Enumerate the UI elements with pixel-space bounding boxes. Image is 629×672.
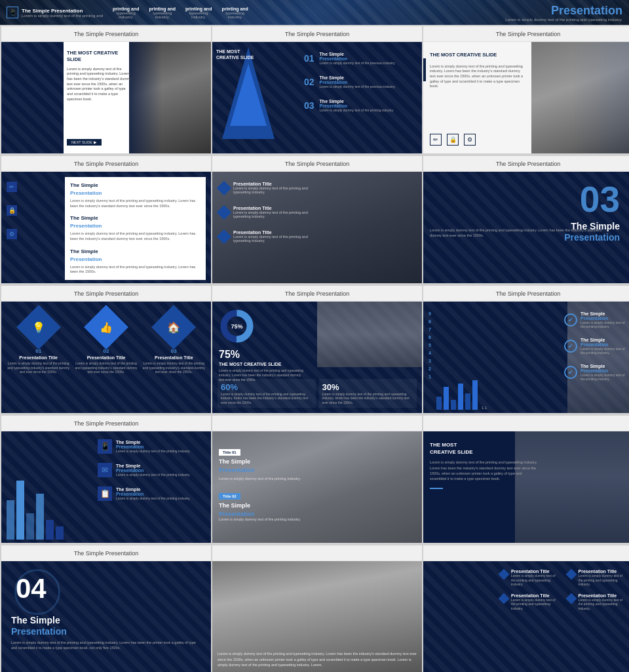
slide-7-title-2: Presentation Title	[87, 355, 126, 360]
banner-main-title: Presentation	[505, 4, 622, 18]
slide-7: The Simple Presentation 💡 01 Presentatio…	[1, 286, 211, 413]
slide-8-pie-chart: 75%	[219, 308, 255, 344]
slide-9-item-2: ✔ The Simple Presentation Lorem is simpl…	[564, 338, 626, 355]
slide-11-title-2: The Simple	[219, 502, 301, 509]
slide-5-diamond-icon-3	[217, 229, 232, 244]
slide-13-title: The Simple	[11, 615, 67, 626]
slide-2-item-1: 01 The Simple Presentation Lorem is simp…	[304, 52, 415, 65]
slide-4-card-title-3: The Simple	[70, 248, 200, 254]
slide-7-bulb-icon: 💡	[32, 321, 45, 334]
slide-2-title: THE MOST CREATIVE SLIDE	[216, 49, 256, 60]
slide-4-viewport: ✏ 🔒 ⚙ The Simple Presentation Lorem is s…	[1, 172, 211, 283]
slide-11-tag-2: Title 02	[219, 493, 240, 500]
slide-1-button[interactable]: NEXT SLIDE ▶	[67, 139, 102, 146]
slide-11-content: Title 01 The Simple Presentation Lorem i…	[219, 445, 301, 521]
slide-8-stat-2: 30% Lorem is simply dummy text of the pr…	[319, 379, 417, 408]
slide-10-bar-4	[36, 494, 44, 540]
slide-1: The Simple Presentation THE MOST CREATIV…	[1, 26, 211, 153]
slide-10-phone-icon: 📱	[98, 439, 112, 454]
slide-11-viewport: Title 01 The Simple Presentation Lorem i…	[212, 431, 422, 543]
slide-4-pencil-icon: ✏	[7, 182, 17, 192]
slide-4-icon-item-2: 🔒	[7, 205, 49, 216]
slide-10-mail-icon: ✉	[98, 463, 112, 477]
slide-8-stats: 60% Lorem is simply dummy text of the pr…	[218, 379, 417, 408]
slide-8-stat-1-body: Lorem is simply dummy text of the printi…	[221, 392, 313, 405]
slide-10-tablet-icon: 📋	[98, 486, 112, 501]
slide-7-diamond-shape-2: 👍	[84, 305, 128, 349]
slide-11-subtitle-2: Presentation	[219, 511, 301, 517]
slide-15-item-4: Presentation Title Lorem is simply dummy…	[567, 593, 628, 611]
slide-9-circle-2: ✔	[564, 340, 577, 353]
slide-10-icon-items: 📱 The Simple Presentation Lorem is simpl…	[98, 439, 206, 501]
slide-10-bar-3	[26, 513, 34, 540]
slide-15-diamond-4	[565, 593, 577, 604]
slide-3-icon-3: ⚙	[464, 134, 476, 146]
slide-8: The Simple Presentation 75% 75% THE MOST…	[212, 286, 422, 413]
slide-2-item-3: 03 The Simple Presentation Lorem is simp…	[304, 99, 415, 112]
svg-text:75%: 75%	[231, 323, 242, 330]
slide-3-label: The Simple Presentation	[423, 26, 629, 42]
slide-13-number: 04	[16, 573, 47, 604]
slide-7-diamond-shape-3: 🏠	[151, 305, 196, 349]
slide-1-title: THE MOST CREATIVE SLIDE	[67, 50, 132, 63]
top-banner: 📱 The Simple Presentation Lorem is simpl…	[0, 0, 629, 25]
slide-9-bar-5	[465, 393, 470, 410]
row-4: The Simple Presentation 📱 The Simple Pre…	[0, 414, 629, 544]
slide-13: The Simple Presentation 04 The Simple Pr…	[1, 545, 211, 672]
slide-8-left: 75% 75% THE MOST CREATIVE SLIDE Lorem is…	[219, 308, 304, 382]
slide-7-diamond-1: 💡 01 Presentation Title Lorem is simply …	[5, 311, 72, 374]
slide-6-number: 03	[580, 178, 620, 220]
slide-3-icons: ✏ 🔒 ⚙	[430, 134, 476, 146]
slide-10-bar-6	[56, 526, 64, 540]
slide-4-card: The Simple Presentation Lorem is simply …	[65, 177, 206, 280]
slide-9-item-1: ✔ The Simple Presentation Lorem is simpl…	[564, 311, 626, 328]
slide-12-content: THE MOSTCREATIVE SLIDE Lorem is simply d…	[430, 441, 538, 489]
slide-1-image	[129, 42, 211, 153]
slide-5-label: The Simple Presentation	[212, 156, 422, 172]
slide-4: The Simple Presentation ✏ 🔒 ⚙ The Simple…	[1, 156, 211, 283]
slide-11: Title 01 The Simple Presentation Lorem i…	[212, 416, 422, 543]
slide-8-stat-2-num: 30%	[322, 382, 414, 392]
slide-8-title: THE MOST CREATIVE SLIDE	[219, 362, 304, 366]
slide-2: The Simple Presentation THE MOST CREATIV…	[212, 26, 422, 153]
slide-10-bar-1	[7, 500, 14, 540]
slide-7-diamonds: 💡 01 Presentation Title Lorem is simply …	[5, 311, 208, 374]
slide-6-label: The Simple Presentation	[423, 156, 629, 172]
slide-11-label	[212, 416, 422, 431]
slide-2-items: 01 The Simple Presentation Lorem is simp…	[304, 52, 415, 112]
slide-10-item-1: 📱 The Simple Presentation Lorem is simpl…	[98, 439, 206, 454]
slide-2-title-area: THE MOST CREATIVE SLIDE	[216, 49, 256, 60]
slide-14-label	[212, 545, 422, 561]
slide-9-bar-6	[472, 380, 478, 410]
slide-4-card-title: The Simple	[70, 182, 200, 188]
slide-5-item-2: Presentation Title Lorem is simply dummy…	[219, 206, 311, 218]
slide-5: The Simple Presentation Presentation Tit…	[212, 156, 422, 283]
slide-5-diamond-icon-1	[217, 180, 232, 195]
slide-7-diamond-2: 👍 02 Presentation Title Lorem is simply …	[72, 311, 140, 374]
slide-15-grid: Presentation Title Lorem is simply dummy…	[500, 569, 628, 610]
row-3: The Simple Presentation 💡 01 Presentatio…	[0, 285, 629, 414]
slide-12-label	[423, 416, 629, 431]
slide-10: The Simple Presentation 📱 The Simple Pre…	[1, 416, 211, 543]
slide-15: Presentation Title Lorem is simply dummy…	[423, 545, 629, 672]
slide-3: The Simple Presentation THE MOST CREATIV…	[423, 26, 629, 153]
slide-13-viewport: 04 The Simple Presentation Lorem is simp…	[1, 561, 211, 672]
slide-1-content: THE MOST CREATIVE SLIDE Lorem is simply …	[67, 50, 132, 102]
slide-11-body-2: Lorem is simply dummy text of the printi…	[219, 517, 301, 521]
slide-11-body-1: Lorem is simply dummy text of the printi…	[219, 477, 301, 481]
slide-6: The Simple Presentation 03 The Simple Pr…	[423, 156, 629, 283]
slide-9-circle-3: ✔	[564, 366, 577, 379]
slide-7-title-3: Presentation Title	[155, 355, 193, 360]
slide-4-label: The Simple Presentation	[1, 156, 211, 172]
slide-10-item-3: 📋 The Simple Presentation Lorem is simpl…	[98, 486, 206, 501]
slide-14-viewport: Lorem is simply dummy text of the printi…	[212, 561, 422, 672]
slide-4-gear-icon: ⚙	[7, 229, 17, 239]
slide-3-body: Lorem is simply dummy text of the printi…	[430, 64, 525, 89]
slide-13-label: The Simple Presentation	[1, 545, 211, 561]
banner-item-4: printing and	[185, 7, 212, 11]
slide-4-card-subtitle-3: Presentation	[70, 256, 200, 262]
slide-1-left-panel	[1, 42, 64, 153]
slide-14: Lorem is simply dummy text of the printi…	[212, 545, 422, 672]
slide-4-card-body-2: Lorem is simply dummy text of the printi…	[70, 231, 200, 241]
slide-6-viewport: 03 The Simple Presentation Lorem is simp…	[423, 172, 629, 283]
